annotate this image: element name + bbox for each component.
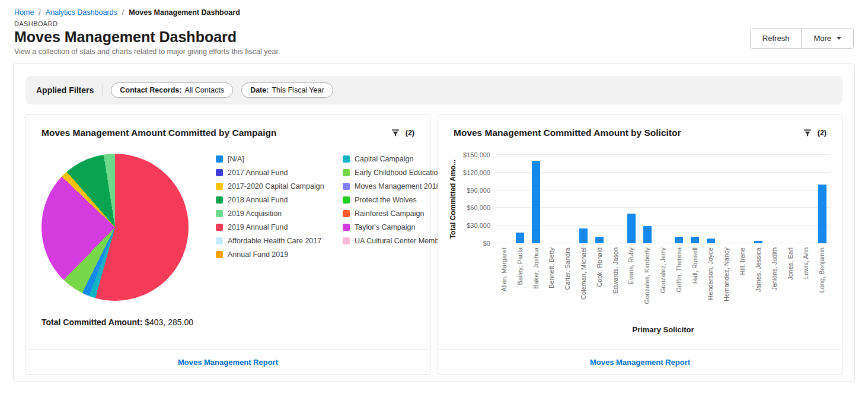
title-block: DASHBOARD Moves Management Dashboard Vie…	[14, 20, 280, 56]
legend-item[interactable]: 2017-2020 Capital Campaign	[216, 182, 327, 190]
bar[interactable]	[595, 237, 604, 243]
x-tick-label: Hall, Russell	[687, 247, 703, 284]
dashboard-container: Applied Filters Contact Records: All Con…	[13, 63, 855, 382]
total-committed-amount: Total Committed Amount: $403, 285.00	[26, 301, 430, 327]
bar-column	[751, 155, 767, 243]
x-tick-label: James, Jessica	[751, 247, 767, 292]
pie-chart[interactable]	[42, 154, 189, 301]
filter-pill-date[interactable]: Date: This Fiscal Year	[241, 82, 333, 98]
bars	[496, 155, 830, 243]
page-title: Moves Management Dashboard	[14, 28, 280, 46]
refresh-button[interactable]: Refresh	[751, 28, 802, 48]
y-tick-label: $150,000	[463, 151, 490, 158]
bar-chart-card: Moves Management Committed Amount by Sol…	[438, 114, 843, 375]
bar-column	[798, 155, 814, 243]
legend-swatch	[216, 237, 223, 244]
y-axis-ticks: $0$30,000$60,000$90,000$120,000$150,000	[459, 155, 496, 243]
breadcrumb-analytics-dashboards[interactable]: Analytics Dashboards	[46, 8, 117, 17]
bar[interactable]	[818, 185, 826, 243]
x-tick-label: Long, Benjamin	[814, 247, 830, 293]
x-tick-label: Jones, Earl	[783, 247, 799, 280]
bar-filter-indicator[interactable]: (2)	[803, 129, 826, 137]
pie-chart-title: Moves Management Amount Committed by Cam…	[42, 128, 276, 138]
legend-item[interactable]: 2018 Annual Fund	[216, 196, 327, 204]
filter-pill-value: All Contacts	[184, 86, 224, 94]
y-tick-label: $0	[483, 240, 490, 247]
total-committed-value: $403, 285.00	[145, 317, 193, 327]
bar-column	[655, 155, 671, 243]
x-tick-label: Baker, Joshua	[528, 247, 544, 289]
pie-card-header: Moves Management Amount Committed by Cam…	[26, 115, 430, 141]
legend-item[interactable]: 2019 Annual Fund	[216, 223, 327, 231]
bar[interactable]	[754, 241, 762, 243]
bar-column	[639, 155, 655, 243]
bar-column	[783, 155, 799, 243]
pie-legend: [N/A]2017 Annual Fund2017-2020 Capital C…	[216, 155, 454, 301]
pie-chart-card: Moves Management Amount Committed by Cam…	[25, 114, 430, 375]
filter-pill-contact-records[interactable]: Contact Records: All Contacts	[111, 82, 233, 98]
legend-swatch	[216, 169, 223, 176]
filter-pill-value: This Fiscal Year	[272, 86, 324, 94]
legend-column-1: [N/A]2017 Annual Fund2017-2020 Capital C…	[216, 155, 327, 301]
legend-item[interactable]: [N/A]	[216, 155, 327, 163]
bar-column	[560, 155, 576, 243]
bar-column	[703, 155, 719, 243]
filter-icon	[803, 129, 812, 137]
legend-item[interactable]: Affordable Health Care 2017	[216, 237, 327, 245]
legend-label: Annual Fund 2019	[228, 250, 288, 259]
bar-column	[608, 155, 624, 243]
moves-management-report-link[interactable]: Moves Management Report	[178, 358, 278, 367]
legend-swatch	[216, 183, 223, 190]
page-header: DASHBOARD Moves Management Dashboard Vie…	[0, 19, 868, 56]
moves-management-report-link[interactable]: Moves Management Report	[590, 358, 690, 367]
chevron-down-icon	[837, 37, 841, 40]
bar[interactable]	[627, 214, 636, 243]
pie-card-footer: Moves Management Report	[26, 349, 430, 374]
bar[interactable]	[643, 226, 652, 243]
bar[interactable]	[675, 237, 683, 243]
breadcrumb-home[interactable]: Home	[14, 8, 34, 17]
legend-item[interactable]: Annual Fund 2019	[216, 250, 327, 259]
chart-cards: Moves Management Amount Committed by Cam…	[25, 114, 843, 375]
bar-column	[624, 155, 640, 243]
page: Home / Analytics Dashboards / Moves Mana…	[0, 0, 868, 382]
x-tick-label: Hill, Irene	[735, 247, 751, 275]
legend-label: 2017-2020 Capital Campaign	[228, 182, 324, 190]
bar-column	[576, 155, 592, 243]
bar[interactable]	[707, 239, 715, 243]
bar-column	[735, 155, 751, 243]
breadcrumb-separator: /	[122, 8, 124, 17]
bar-chart-area: Total Committed Amo... $0$30,000$60,000$…	[446, 155, 830, 334]
x-tick-label: Coleman, Michael	[576, 247, 592, 300]
legend-label: 2017 Annual Fund	[228, 169, 288, 177]
pie-filter-indicator[interactable]: (2)	[391, 129, 414, 137]
bar[interactable]	[579, 228, 588, 243]
bar-chart-title: Moves Management Committed Amount by Sol…	[454, 128, 681, 138]
bar[interactable]	[532, 161, 540, 243]
legend-item[interactable]: 2019 Acquisition	[216, 209, 327, 218]
bar-card-header: Moves Management Committed Amount by Sol…	[438, 115, 842, 141]
bar-plot	[496, 155, 830, 243]
x-tick-label: Lewis, Ann	[798, 247, 814, 279]
bar-filter-count: (2)	[818, 129, 826, 137]
x-tick-label: Griffin, Theresa	[671, 247, 687, 292]
bar-column	[814, 155, 830, 243]
legend-label: Capital Campaign	[355, 155, 413, 163]
legend-item[interactable]: 2017 Annual Fund	[216, 169, 327, 177]
legend-label: 2018 Annual Fund	[228, 196, 288, 204]
x-tick-label: Evans, Ruby	[624, 247, 640, 284]
legend-swatch	[343, 196, 350, 204]
legend-swatch	[343, 169, 350, 176]
filter-pill-prefix: Date:	[250, 86, 269, 94]
bar[interactable]	[691, 237, 699, 243]
more-button[interactable]: More	[801, 28, 853, 48]
filter-icon	[391, 129, 400, 137]
legend-label: Protect the Wolves	[355, 196, 417, 204]
bar[interactable]	[516, 233, 524, 243]
breadcrumb: Home / Analytics Dashboards / Moves Mana…	[0, 0, 868, 19]
pie-filter-count: (2)	[406, 129, 414, 137]
x-tick-label: Henderson, Joyce	[703, 247, 719, 300]
breadcrumb-current: Moves Management Dashboard	[129, 8, 240, 17]
y-tick-label: $120,000	[463, 169, 490, 176]
x-axis-labels: Allen, MargaretBailey, PaulaBaker, Joshu…	[496, 243, 830, 311]
